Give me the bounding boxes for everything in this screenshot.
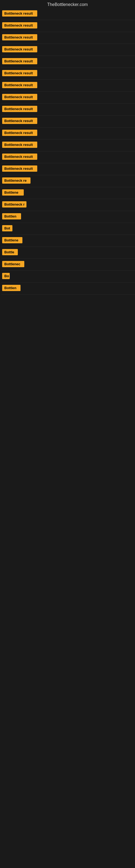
- bottleneck-result-bar[interactable]: Bottleneck result: [2, 165, 37, 172]
- bar-row: Bottleneck result: [1, 104, 135, 116]
- bar-row: Bottleneck result: [1, 80, 135, 92]
- bar-row: Bo: [1, 271, 135, 283]
- bottleneck-result-bar[interactable]: Bottleneck result: [2, 82, 37, 88]
- bar-row: Bottleneck result: [1, 8, 135, 20]
- bar-row: Bottleneck result: [1, 116, 135, 127]
- bar-row: Bottleneck result: [1, 127, 135, 140]
- bottleneck-result-bar[interactable]: Bo: [2, 273, 10, 279]
- bar-row: Bottleneck re: [1, 175, 135, 187]
- bottleneck-result-bar[interactable]: Bottleneck result: [2, 46, 37, 52]
- bottleneck-result-bar[interactable]: Bottlen: [2, 285, 20, 291]
- bottleneck-result-bar[interactable]: Bottlen: [2, 213, 21, 219]
- bar-row: Bottle: [1, 247, 135, 259]
- bar-row: Bottleneck result: [1, 92, 135, 104]
- bottleneck-result-bar[interactable]: Bottleneck result: [2, 70, 37, 76]
- bar-row: Bottleneck result: [1, 68, 135, 80]
- chart-area: Bottleneck resultBottleneck resultBottle…: [0, 8, 135, 294]
- site-title: TheBottlenecker.com: [0, 0, 135, 8]
- bottleneck-result-bar[interactable]: Bottleneck result: [2, 94, 37, 100]
- bar-row: Bottleneck result: [1, 151, 135, 163]
- bar-row: Bottleneck result: [1, 140, 135, 151]
- bottleneck-result-bar[interactable]: Bottlene: [2, 189, 24, 195]
- bar-row: Bottleneck result: [1, 163, 135, 175]
- bottleneck-result-bar[interactable]: Bottleneck result: [2, 118, 37, 124]
- bottleneck-result-bar[interactable]: Bot: [2, 225, 12, 231]
- bar-row: Bottleneck result: [1, 32, 135, 44]
- bottleneck-result-bar[interactable]: Bottleneck result: [2, 154, 37, 160]
- bar-row: Bottleneck result: [1, 44, 135, 56]
- bottleneck-result-bar[interactable]: Bottlene: [2, 237, 22, 243]
- bar-row: Bottlene: [1, 235, 135, 247]
- bottleneck-result-bar[interactable]: Bottle: [2, 249, 18, 255]
- bar-row: Bottlene: [1, 187, 135, 199]
- bar-row: Bot: [1, 223, 135, 235]
- bottleneck-result-bar[interactable]: Bottleneck r: [2, 201, 27, 208]
- bottleneck-result-bar[interactable]: Bottleneck result: [2, 106, 37, 112]
- page-container: TheBottlenecker.com Bottleneck resultBot…: [0, 0, 135, 294]
- bottleneck-result-bar[interactable]: Bottleneck result: [2, 22, 37, 29]
- bar-row: Bottlen: [1, 283, 135, 294]
- bar-row: Bottlenec: [1, 259, 135, 271]
- bottleneck-result-bar[interactable]: Bottleneck result: [2, 142, 37, 148]
- bottleneck-result-bar[interactable]: Bottlenec: [2, 261, 24, 267]
- bottleneck-result-bar[interactable]: Bottleneck result: [2, 10, 37, 17]
- bottleneck-result-bar[interactable]: Bottleneck result: [2, 58, 37, 64]
- bar-row: Bottleneck result: [1, 56, 135, 68]
- bottleneck-result-bar[interactable]: Bottleneck result: [2, 130, 37, 136]
- bar-row: Bottleneck r: [1, 199, 135, 211]
- bottleneck-result-bar[interactable]: Bottleneck result: [2, 34, 37, 40]
- bar-row: Bottleneck result: [1, 20, 135, 32]
- bottleneck-result-bar[interactable]: Bottleneck re: [2, 177, 31, 184]
- bar-row: Bottlen: [1, 211, 135, 223]
